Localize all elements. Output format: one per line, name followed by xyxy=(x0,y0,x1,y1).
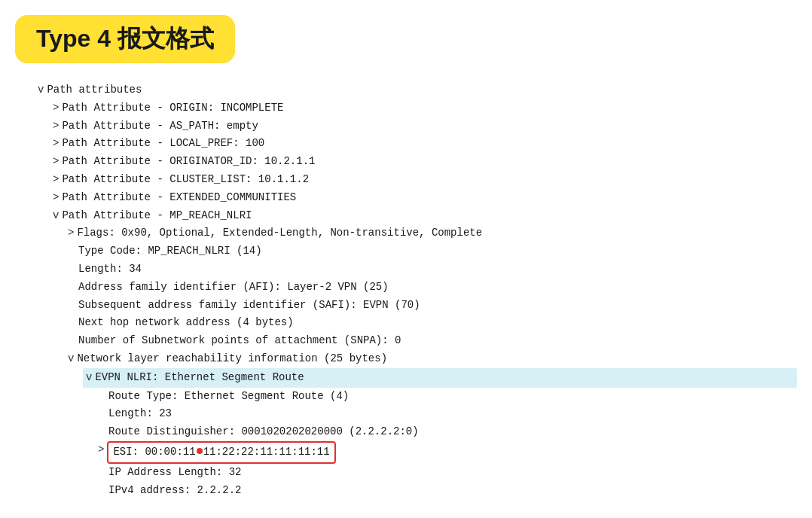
nlri-children: v EVPN NLRI: Ethernet Segment Route Rout… xyxy=(68,368,797,500)
list-item: IP Address Length: 32 xyxy=(98,464,797,482)
list-item: v Path Attribute - MP_REACH_NLRI xyxy=(53,207,797,225)
tree-container: v Path attributes > Path Attribute - ORI… xyxy=(15,81,797,499)
esi-row: > ESI: 00:00:1111:22:22:11:11:11:11 xyxy=(98,441,797,464)
list-item: > Path Attribute - ORIGINATOR_ID: 10.2.1… xyxy=(53,153,797,171)
chevron-right-icon[interactable]: > xyxy=(68,224,74,242)
list-item: Address family identifier (AFI): Layer-2… xyxy=(68,279,797,297)
chevron-down-icon[interactable]: v xyxy=(86,369,92,387)
root-label: Path attributes xyxy=(47,81,142,99)
esi-box: ESI: 00:00:1111:22:22:11:11:11:11 xyxy=(107,441,335,464)
list-item: Type Code: MP_REACH_NLRI (14) xyxy=(68,242,797,261)
list-item: > Path Attribute - AS_PATH: empty xyxy=(53,117,797,136)
title-badge: Type 4 报文格式 xyxy=(15,15,235,63)
chevron-right-icon[interactable]: > xyxy=(53,189,59,207)
root-children: > Path Attribute - ORIGIN: INCOMPLETE > … xyxy=(38,99,797,500)
chevron-right-icon[interactable]: > xyxy=(53,171,59,189)
chevron-right-icon[interactable]: > xyxy=(53,135,59,153)
list-item: > Path Attribute - ORIGIN: INCOMPLETE xyxy=(53,99,797,117)
evpn-nlri-row: v EVPN NLRI: Ethernet Segment Route xyxy=(83,368,797,388)
red-dot-icon xyxy=(197,448,203,454)
chevron-right-icon[interactable]: > xyxy=(53,153,59,171)
list-item: > Path Attribute - EXTENDED_COMMUNITIES xyxy=(53,189,797,207)
list-item: Number of Subnetwork points of attachmen… xyxy=(68,332,797,350)
chevron-right-icon[interactable]: > xyxy=(53,117,59,136)
list-item: Length: 23 xyxy=(98,405,797,423)
list-item: > Path Attribute - LOCAL_PREF: 100 xyxy=(53,135,797,153)
chevron-down-icon[interactable]: v xyxy=(53,207,59,225)
chevron-right-icon[interactable]: > xyxy=(53,99,59,117)
list-item: Length: 34 xyxy=(68,261,797,279)
list-item: Next hop network address (4 bytes) xyxy=(68,314,797,332)
list-item: Route Distinguisher: 0001020202020000 (2… xyxy=(98,423,797,441)
list-item: Subsequent address family identifier (SA… xyxy=(68,297,797,315)
list-item: > Flags: 0x90, Optional, Extended-Length… xyxy=(68,224,797,242)
list-item: IPv4 address: 2.2.2.2 xyxy=(98,482,797,500)
evpn-children: Route Type: Ethernet Segment Route (4) L… xyxy=(83,388,797,500)
tree-root: v Path attributes xyxy=(38,81,797,99)
list-item: > Path Attribute - CLUSTER_LIST: 10.1.1.… xyxy=(53,171,797,189)
chevron-right-icon[interactable]: > xyxy=(98,441,104,459)
list-item: v Network layer reachability information… xyxy=(68,350,797,368)
root-toggle[interactable]: v xyxy=(38,81,44,99)
page-title: Type 4 报文格式 xyxy=(36,23,214,56)
mp-reach-children: > Flags: 0x90, Optional, Extended-Length… xyxy=(53,224,797,499)
chevron-down-icon[interactable]: v xyxy=(68,350,74,368)
list-item: Route Type: Ethernet Segment Route (4) xyxy=(98,388,797,406)
